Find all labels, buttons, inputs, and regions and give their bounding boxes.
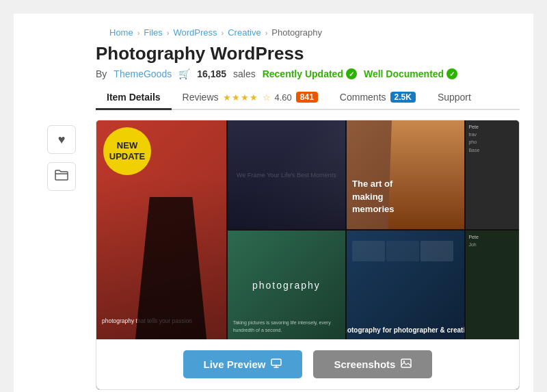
documented-check-icon: ✓ [446, 68, 457, 79]
tab-comments-label: Comments [340, 92, 386, 103]
image-icon [401, 358, 412, 370]
breadcrumb-sep-1: › [137, 29, 140, 37]
tab-comments[interactable]: Comments 2.5K [329, 86, 427, 110]
tab-support[interactable]: Support [427, 86, 482, 110]
mosaic-col-far-right: Pete trav pho Base Pete Joh [466, 120, 519, 339]
tab-item-details[interactable]: Item Details [96, 86, 172, 110]
art-memories-text: The art of making memories [352, 178, 394, 215]
mosaic-cell-left: NEW UPDATE photography that tells your p… [96, 120, 226, 339]
tab-item-details-label: Item Details [107, 92, 161, 103]
breadcrumb-sep-2: › [167, 29, 170, 37]
folder-button[interactable] [47, 162, 76, 191]
breadcrumb-sep-4: › [265, 29, 268, 37]
sales-label: sales [233, 68, 256, 79]
sidebar: ♥ [27, 43, 96, 390]
mosaic-cell-right-top: The art of making memories [347, 120, 464, 229]
woman-silhouette [388, 120, 464, 229]
live-preview-button[interactable]: Live Preview [183, 350, 303, 378]
tab-support-label: Support [438, 92, 471, 103]
screenshots-button[interactable]: Screenshots [313, 350, 432, 378]
meta-row: By ThemeGoods 🛒 16,185 sales Recently Up… [96, 68, 520, 79]
breadcrumb: Home › Files › WordPress › Creative › Ph… [14, 27, 533, 43]
rating-number: 4.60 [275, 92, 292, 103]
svg-rect-0 [271, 359, 281, 365]
sales-count: 16,185 [197, 68, 226, 79]
mosaic-col-mid: We Frame Your Life's Best Moments photog… [228, 120, 345, 339]
mosaic-cell-far-right-top: Pete trav pho Base [466, 120, 519, 229]
mosaic-cell-right-bot: Photography for photographer & creative [347, 231, 464, 339]
updated-check-icon: ✓ [346, 68, 357, 79]
folder-icon [55, 169, 68, 185]
heart-icon: ♥ [58, 133, 66, 147]
comments-count-badge: 2.5K [390, 92, 416, 103]
live-preview-label: Live Preview [204, 358, 266, 370]
half-star-icon: ☆ [263, 92, 271, 103]
new-update-badge: NEW UPDATE [103, 127, 151, 175]
well-documented-text: Well Documented [364, 68, 444, 79]
recently-updated-text: Recently Updated [263, 68, 343, 79]
content-area: Photography WordPress By ThemeGoods 🛒 16… [96, 43, 520, 390]
author-link[interactable]: ThemeGoods [114, 68, 172, 79]
cart-icon: 🛒 [178, 68, 190, 79]
tab-reviews-label: Reviews [183, 92, 219, 103]
well-documented-badge: Well Documented ✓ [364, 68, 457, 79]
recently-updated-badge: Recently Updated ✓ [263, 68, 357, 79]
breadcrumb-creative[interactable]: Creative [228, 27, 261, 38]
preview-container: NEW UPDATE photography that tells your p… [96, 120, 520, 390]
monitor-icon [271, 358, 282, 370]
sidebar-item-list-top: Pete trav pho Base [468, 123, 516, 154]
breadcrumb-sep-3: › [222, 29, 224, 37]
breadcrumb-wordpress[interactable]: WordPress [173, 27, 217, 38]
new-badge-line2: UPDATE [109, 151, 145, 162]
taking-pictures-text: Taking pictures is savoring life intense… [233, 319, 343, 334]
reviews-count-badge: 841 [296, 92, 318, 103]
stars-icon: ★★★★ [223, 92, 258, 103]
mosaic-col-right: The art of making memories Photography f… [347, 120, 464, 339]
preview-mosaic: NEW UPDATE photography that tells your p… [96, 120, 519, 339]
photography-center-text: photography [252, 280, 321, 291]
title-section: Photography WordPress By ThemeGoods 🛒 16… [96, 43, 520, 79]
mosaic-cell-mid-top: We Frame Your Life's Best Moments [228, 120, 345, 229]
author-label: By [96, 68, 107, 79]
breadcrumb-files[interactable]: Files [144, 27, 162, 38]
mosaic-cell-mid-bot: photography Taking pictures is savoring … [228, 231, 345, 339]
sidebar-item-list-bot: Pete Joh [468, 233, 516, 248]
bottom-photography-text: Photography for photographer & creative [347, 326, 464, 334]
breadcrumb-current: Photography [271, 27, 322, 38]
page-wrapper: Home › Files › WordPress › Creative › Ph… [14, 14, 533, 392]
preview-actions: Live Preview Screenshots [96, 339, 519, 389]
new-badge-line1: NEW [117, 140, 137, 151]
main-content: ♥ Photography WordPress By ThemeGoods [14, 43, 533, 390]
page-title: Photography WordPress [96, 43, 520, 64]
tabs: Item Details Reviews ★★★★ ☆ 4.60 841 Com… [96, 86, 520, 110]
tab-reviews[interactable]: Reviews ★★★★ ☆ 4.60 841 [172, 86, 329, 110]
screenshots-label: Screenshots [334, 358, 395, 370]
heart-button[interactable]: ♥ [47, 125, 76, 154]
breadcrumb-home[interactable]: Home [109, 27, 133, 38]
mosaic-cell-far-right-bot: Pete Joh [466, 231, 519, 339]
